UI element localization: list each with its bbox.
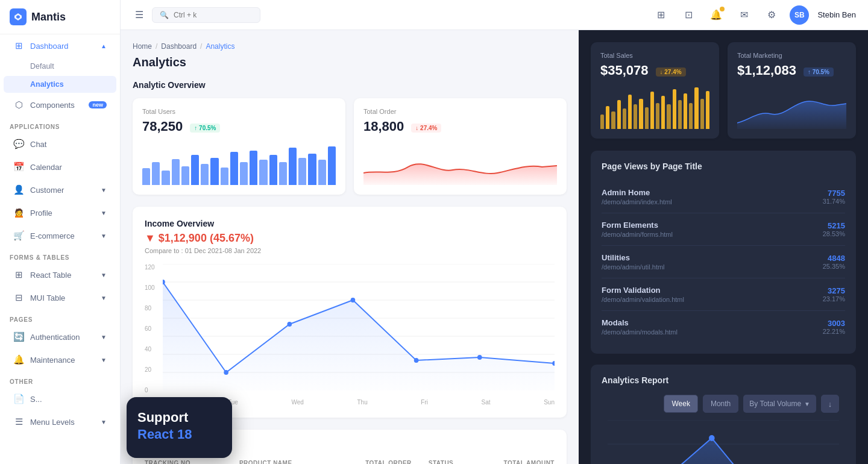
sidebar-item-calendar[interactable]: 📅 Calendar [4,156,116,178]
sidebar-sample-label: S... [30,395,42,404]
bar [673,89,676,130]
x-label-wed: Wed [292,399,304,406]
sidebar-calendar-label: Calendar [30,163,62,172]
svg-point-10 [351,298,356,303]
bar [600,114,604,130]
bar [328,146,336,185]
hamburger-button[interactable]: ☰ [133,7,146,23]
notification-icon-button[interactable]: 🔔 [706,5,726,25]
sidebar-authentication-label: Authentication [30,333,80,342]
main-wrapper: ☰ 🔍 ⊞ ⊡ 🔔 ✉ ⚙ SB Stebin Ben Home / [121,0,868,464]
income-section-title: Income Overview [145,219,254,228]
total-marketing-chart [737,87,846,129]
sidebar-react-table-label: React Table [30,271,71,280]
pv-url-utilities: /demo/admin/util.html [602,263,823,271]
bar [617,100,621,129]
pv-left: Form Elements /demo/admin/forms.html [602,221,823,238]
pv-url-form-elements: /demo/admin/forms.html [602,231,823,238]
chevron-up-icon: ▲ [101,43,107,49]
message-icon-button[interactable]: ✉ [734,5,753,25]
sidebar-menu-levels-label: Menu Levels [30,418,75,427]
sidebar-item-authentication[interactable]: 🔄 Authentication ▼ [4,326,116,348]
bar [667,104,670,129]
sidebar-ecommerce-label: E-commerce [30,231,75,240]
sidebar-logo: Mantis [0,0,120,34]
content-right: Total Sales $35,078 ↓ 27.4% [579,30,868,464]
pv-title-admin-home: Admin Home [602,188,823,197]
pv-count-utilities: 4848 [823,254,845,263]
sidebar-customer-label: Customer [30,186,64,195]
x-label-fri: Fri [421,399,428,406]
sidebar-item-mui-table[interactable]: ⊟ MUI Table ▼ [4,287,116,309]
bar [221,168,228,185]
sidebar-item-maintenance[interactable]: 🔔 Maintenance ▼ [4,349,116,371]
pv-title-utilities: Utilities [602,253,823,262]
breadcrumb-current: Analytics [206,42,234,51]
volume-dropdown[interactable]: By Total Volume ▼ [743,395,816,413]
sidebar-item-components[interactable]: ⬡ Components new [4,94,116,116]
pv-pct-admin-home: 31.74% [823,198,845,205]
breadcrumb-sep-1: / [156,42,157,51]
pv-title-form-elements: Form Elements [602,221,823,230]
support-popup[interactable]: Support React 18 [127,397,232,458]
mui-table-icon: ⊟ [13,292,24,303]
settings-icon-button[interactable]: ⚙ [762,5,781,25]
page-view-item-utilities: Utilities /demo/admin/util.html 4848 25.… [602,246,845,278]
bar [230,152,238,185]
user-name[interactable]: Stebin Ben [817,10,856,19]
grid-icon-button[interactable]: ⊞ [651,5,670,25]
sidebar-item-chat[interactable]: 💬 Chat [4,133,116,155]
income-amount: ▼ $1,12,900 (45.67%) [145,232,254,244]
breadcrumb-home[interactable]: Home [133,42,152,51]
total-order-value: 18,800 [363,119,404,134]
sidebar-item-ecommerce[interactable]: 🛒 E-commerce ▼ [4,225,116,246]
svg-point-18 [709,435,715,441]
maintenance-icon: 🔔 [13,354,24,365]
bar [201,164,209,185]
total-users-badge: ↑ 70.5% [190,124,220,133]
page-view-item-admin-home: Admin Home /demo/admin/index.html 7755 3… [602,181,845,213]
y-label-80: 80 [145,305,155,312]
chevron-down-icon-profile: ▼ [101,210,107,216]
bar [639,99,643,129]
sidebar-item-dashboard[interactable]: ⊞ Dashboard ▲ [4,35,116,57]
sidebar-item-sample[interactable]: 📄 S... [4,388,116,410]
month-button[interactable]: Month [703,395,738,413]
y-label-100: 100 [145,284,155,291]
sidebar-subitem-analytics[interactable]: Analytics [4,76,116,93]
search-input[interactable] [174,11,246,19]
sidebar-dashboard-label: Dashboard [30,42,69,51]
content-area: Home / Dashboard / Analytics Analytics A… [121,30,868,464]
topbar: ☰ 🔍 ⊞ ⊡ 🔔 ✉ ⚙ SB Stebin Ben [121,0,868,30]
volume-chevron: ▼ [804,401,810,407]
total-marketing-value: $1,12,083 [737,63,796,78]
pv-count-modals: 3003 [823,319,845,328]
chart-controls: Week Month By Total Volume ▼ ↓ [608,395,839,413]
sidebar-item-customer[interactable]: 👤 Customer ▼ [4,179,116,201]
income-chart-wrapper: 120 100 80 60 40 20 0 [145,264,555,406]
sidebar-item-profile[interactable]: 🙍 Profile ▼ [4,202,116,224]
popup-line2: React 18 [137,426,221,444]
user-avatar[interactable]: SB [790,5,809,25]
y-label-40: 40 [145,346,155,353]
bar [628,95,632,129]
bar [279,162,287,186]
page-view-item-form-elements: Form Elements /demo/admin/forms.html 521… [602,213,845,246]
col-tracking-header: TRACKING NO [145,460,239,464]
apps-icon-button[interactable]: ⊡ [679,5,698,25]
sidebar-subitem-default[interactable]: Default [4,58,116,75]
stat-cards-row: Total Users 78,250 ↑ 70.5% [133,98,567,195]
week-button[interactable]: Week [664,395,697,413]
bar [645,107,649,129]
sidebar-item-react-table[interactable]: ⊞ React Table ▼ [4,264,116,286]
sidebar-item-menu-levels[interactable]: ☰ Menu Levels ▼ [4,411,116,433]
breadcrumb-sep-2: / [200,42,202,51]
bar [606,106,609,130]
y-axis: 120 100 80 60 40 20 0 [145,264,155,393]
svg-point-11 [414,358,419,363]
breadcrumb-dashboard[interactable]: Dashboard [161,42,197,51]
sidebar: Mantis ⊞ Dashboard ▲ Default Analytics ⬡… [0,0,121,464]
download-button[interactable]: ↓ [821,395,839,413]
bar [298,158,306,186]
dark-stat-cards: Total Sales $35,078 ↓ 27.4% [591,42,856,139]
